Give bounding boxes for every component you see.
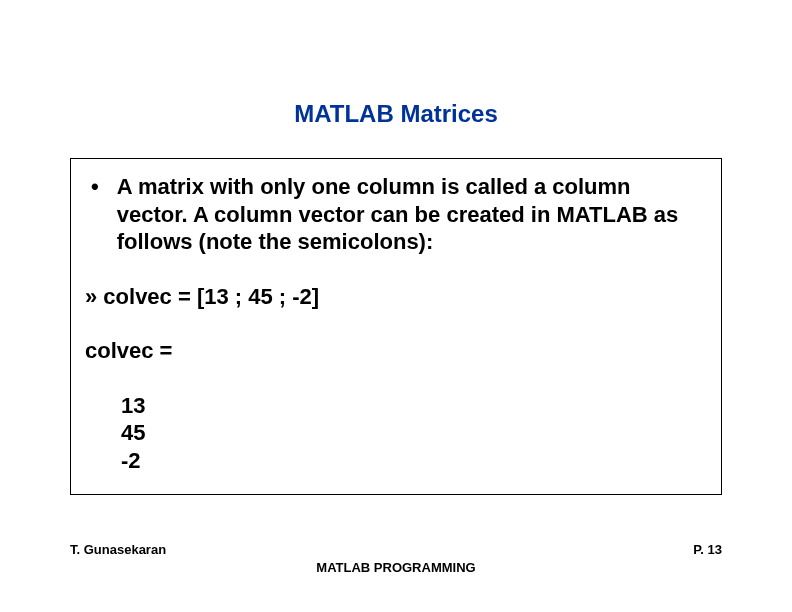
bullet-dot: •: [85, 173, 117, 256]
footer-author: T. Gunasekaran: [70, 542, 166, 557]
footer-title: MATLAB PROGRAMMING: [0, 560, 792, 575]
output-value: -2: [121, 447, 707, 475]
code-input-line: » colvec = [13 ; 45 ; -2]: [85, 284, 707, 310]
output-label: colvec =: [85, 338, 707, 364]
output-value: 45: [121, 419, 707, 447]
content-box: • A matrix with only one column is calle…: [70, 158, 722, 495]
bullet-text: A matrix with only one column is called …: [117, 173, 707, 256]
footer: T. Gunasekaran MATLAB PROGRAMMING P. 13: [0, 542, 792, 582]
output-values: 13 45 -2: [85, 392, 707, 475]
slide-title: MATLAB Matrices: [0, 0, 792, 158]
slide: MATLAB Matrices • A matrix with only one…: [0, 0, 792, 612]
footer-page-number: P. 13: [693, 542, 722, 557]
bullet-item: • A matrix with only one column is calle…: [85, 173, 707, 256]
output-value: 13: [121, 392, 707, 420]
